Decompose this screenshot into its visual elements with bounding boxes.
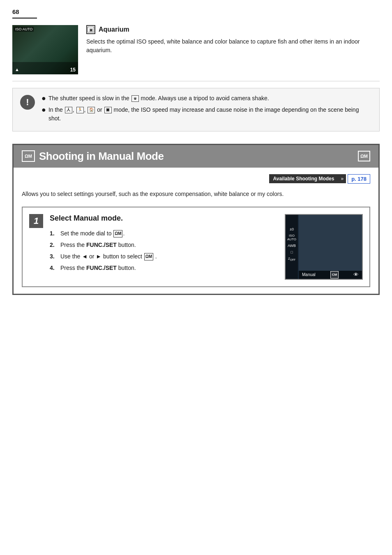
steps-section: 1 Select Manual mode. 1. Set the mode di… bbox=[22, 207, 370, 287]
camera-main-area bbox=[299, 215, 362, 271]
camera-extra-icon: 👁 bbox=[353, 272, 359, 278]
step-item-1: 1. Set the mode dial to ΩM. bbox=[50, 228, 278, 239]
arrow-left: ◄ bbox=[82, 253, 88, 260]
aquarium-title: Aquarium bbox=[99, 26, 129, 33]
available-modes-label: Available Shooting Modes bbox=[269, 174, 339, 183]
warning-circle-icon: ! bbox=[20, 95, 35, 110]
available-modes-row: Available Shooting Modes » p. 178 bbox=[22, 174, 370, 184]
warning-item-1: ● The shutter speed is slow in the ※ mod… bbox=[42, 94, 373, 103]
step-1-num: 1. bbox=[50, 228, 58, 239]
zoff-item: ZOFF bbox=[288, 257, 295, 261]
warning-text-1: The shutter speed is slow in the ※ mode.… bbox=[48, 94, 373, 103]
camera-bottom-bar: Manual CM 👁 bbox=[299, 271, 362, 279]
step-item-2: 2. Press the FUNC./SET button. bbox=[50, 239, 278, 251]
bullet-1: ● bbox=[42, 94, 46, 103]
indoor-icon: 🏠 bbox=[88, 107, 95, 113]
arrow-right: ► bbox=[96, 253, 101, 260]
aquarium-corner-icon: ▲ bbox=[15, 67, 19, 72]
bullet-2: ● bbox=[42, 106, 46, 115]
aquarium-image-number: 15 bbox=[70, 67, 76, 73]
portrait-icon: 人 bbox=[65, 107, 72, 113]
available-modes-arrow-icon: » bbox=[338, 174, 346, 183]
aquarium-content: ▣ Aquarium Selects the optimal ISO speed… bbox=[86, 25, 380, 74]
aquarium-description: Selects the optimal ISO speed, white bal… bbox=[86, 37, 380, 55]
steps-list: 1. Set the mode dial to ΩM. 2. Press the bbox=[50, 228, 278, 274]
fireworks-icon: ※ bbox=[131, 95, 139, 102]
step-2-text: Press the FUNC./SET button. bbox=[60, 239, 278, 251]
step-4-num: 4. bbox=[50, 262, 58, 274]
step-number: 1 bbox=[29, 214, 43, 228]
step-3-text: Use the ◄ or ► button to select ΩM . bbox=[60, 251, 278, 262]
step-3-num: 3. bbox=[50, 251, 58, 262]
manual-mode-section: ΩM Shooting in Manual Mode ΩM Available … bbox=[12, 144, 380, 295]
step-1-text: Set the mode dial to ΩM. bbox=[60, 228, 278, 239]
exposure-item: ±0 bbox=[290, 227, 294, 231]
camera-screen: ⚡ 🔒 ±0 ISOAUTO AWB □ ZOFF bbox=[285, 214, 363, 280]
manual-mode-header: ΩM Shooting in Manual Mode ΩM bbox=[14, 145, 378, 168]
aquarium-mode-icon: ▣ bbox=[86, 25, 95, 34]
steps-title: Select Manual mode. bbox=[50, 214, 278, 223]
warning-content: ● The shutter speed is slow in the ※ mod… bbox=[42, 94, 373, 125]
steps-content: Select Manual mode. 1. Set the mode dial… bbox=[50, 214, 278, 280]
aquarium-title-row: ▣ Aquarium bbox=[86, 25, 380, 34]
camera-cm-icon: CM bbox=[330, 271, 339, 279]
manual-mode-title: Shooting in Manual Mode bbox=[39, 150, 164, 163]
step-item-3: 3. Use the ◄ or ► button to select ΩM . bbox=[50, 251, 278, 262]
iso-item: ISOAUTO bbox=[287, 234, 296, 241]
step-2-num: 2. bbox=[50, 239, 58, 251]
funcset-bold-2: FUNC./SET bbox=[86, 265, 117, 271]
svg-text:▣: ▣ bbox=[89, 28, 93, 32]
aquarium-image: ISO AUTO ▲ 15 bbox=[12, 25, 78, 74]
manual-header-right-icon: ΩM bbox=[358, 151, 370, 161]
iso-label: ISO AUTO bbox=[14, 27, 34, 32]
step-4-text: Press the FUNC./SET button. bbox=[60, 262, 278, 274]
manual-intro-text: Allows you to select settings yourself, … bbox=[22, 189, 370, 198]
aquarium-section: ISO AUTO ▲ 15 ▣ Aquarium Selects the opt… bbox=[12, 25, 380, 81]
om-inline-icon-1: ΩM bbox=[113, 230, 122, 237]
manual-header-left: ΩM Shooting in Manual Mode bbox=[22, 150, 164, 163]
rect-item: □ bbox=[291, 250, 293, 254]
manual-mode-body: Available Shooting Modes » p. 178 Allows… bbox=[14, 168, 378, 294]
wb-item: AWB bbox=[288, 244, 296, 248]
camera-manual-label: Manual bbox=[302, 272, 316, 277]
manual-mode-header-icon: ΩM bbox=[22, 150, 35, 162]
step-item-4: 4. Press the FUNC./SET button. bbox=[50, 262, 278, 274]
aquarium-image-inner: ISO AUTO ▲ 15 bbox=[12, 25, 78, 74]
page-number: 68 bbox=[12, 8, 37, 18]
funcset-bold-1: FUNC./SET bbox=[86, 242, 117, 248]
aquarium-small-icon: ▣ bbox=[104, 107, 112, 113]
camera-left-panel: ±0 ISOAUTO AWB □ ZOFF bbox=[286, 215, 298, 279]
camera-preview: ⚡ 🔒 ±0 ISOAUTO AWB □ ZOFF bbox=[285, 214, 363, 280]
warning-icon-container: ! bbox=[19, 94, 36, 111]
warning-item-2: ● In the 人, 🏃, 🏠 or ▣ mode, the ISO spee… bbox=[42, 106, 373, 123]
available-modes-page: p. 178 bbox=[348, 174, 370, 184]
cm-inline-icon: ΩM bbox=[144, 253, 153, 260]
page-container: 68 ISO AUTO ▲ 15 ▣ Aquarium Selects the … bbox=[0, 0, 392, 555]
warning-box: ! ● The shutter speed is slow in the ※ m… bbox=[12, 88, 380, 131]
kids-icon: 🏃 bbox=[76, 107, 84, 113]
available-modes-badge[interactable]: Available Shooting Modes » p. 178 bbox=[269, 174, 370, 184]
warning-text-2: In the 人, 🏃, 🏠 or ▣ mode, the ISO speed … bbox=[48, 106, 373, 123]
